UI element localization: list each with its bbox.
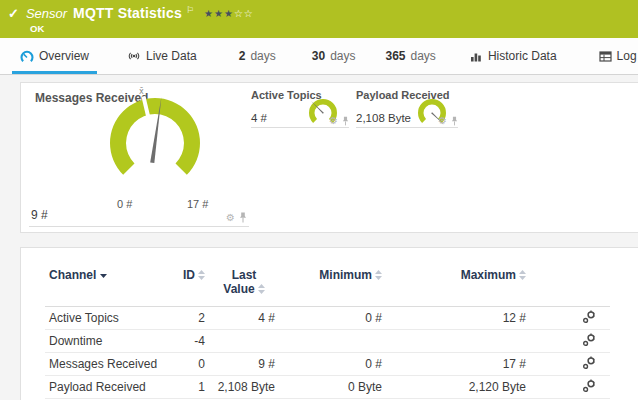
tab-365-days[interactable]: 365 days	[377, 38, 443, 74]
ok-check-icon: ✓	[8, 6, 19, 21]
star-icon[interactable]: ★	[224, 8, 234, 19]
gauge-active-topics: Active Topics 4 # ⚙	[251, 87, 349, 128]
tab-live-data[interactable]: Live Data	[119, 38, 205, 74]
column-header-maximum[interactable]: Maximum	[386, 262, 530, 307]
tab-label: days	[250, 49, 275, 63]
tab-30-days[interactable]: 30 days	[304, 38, 364, 74]
page-title: MQTT Statistics	[73, 5, 182, 21]
gauge-dial	[412, 91, 452, 133]
column-header-minimum[interactable]: Minimum	[279, 262, 386, 307]
gauge-current-value: 9 #	[31, 208, 48, 222]
gauge-dial	[303, 91, 343, 133]
gauge-current-value: 4 #	[251, 112, 267, 124]
sort-icon	[375, 270, 382, 280]
chevron-down-icon	[100, 274, 107, 278]
log-icon	[599, 51, 612, 62]
tab-number: 365	[385, 49, 405, 63]
channel-minimum: 0 #	[279, 307, 386, 330]
chart-icon	[470, 51, 483, 62]
average-marker-label: x̄	[139, 87, 144, 96]
channel-table: Channel ID Last Value Minimum Maximum	[45, 262, 610, 399]
star-icon[interactable]: ☆	[244, 8, 254, 19]
tab-historic-data[interactable]: Historic Data	[462, 38, 565, 74]
gauge-scale-min: 0 #	[117, 198, 132, 210]
tab-label: Historic Data	[488, 49, 557, 63]
edit-channel-icon[interactable]	[582, 379, 596, 393]
object-kind-label: Sensor	[26, 6, 67, 21]
channel-last-value: 9 #	[209, 353, 279, 376]
channel-maximum: 2,120 Byte	[386, 376, 530, 399]
table-row: Messages Received 0 9 # 0 # 17 #	[45, 353, 610, 376]
tab-label: days	[411, 49, 436, 63]
channel-maximum: 12 #	[386, 307, 530, 330]
channel-minimum: 0 Byte	[279, 376, 386, 399]
table-header-row: Channel ID Last Value Minimum Maximum	[45, 262, 610, 307]
channel-maximum: 17 #	[386, 353, 530, 376]
channel-maximum	[386, 330, 530, 353]
gauge-current-value: 2,108 Byte	[356, 112, 411, 124]
gauge-scale-max: 17 #	[187, 198, 208, 210]
star-icon[interactable]: ★	[204, 8, 214, 19]
channel-name: Payload Received	[45, 376, 163, 399]
overview-gauges-panel: Messages Received x̄ 0 # 17 # 9 # ⚙ Acti…	[20, 82, 638, 233]
table-row: Active Topics 2 4 # 0 # 12 #	[45, 307, 610, 330]
channel-id: -4	[163, 330, 209, 353]
pin-icon[interactable]	[451, 116, 458, 126]
channel-table-panel: Channel ID Last Value Minimum Maximum	[20, 247, 638, 400]
tab-label: Live Data	[146, 49, 197, 63]
column-label: Channel	[49, 268, 96, 282]
sensor-header: ✓ Sensor MQTT Statistics ⚐ ★★★☆☆ OK	[0, 0, 638, 38]
pin-icon[interactable]	[342, 116, 349, 126]
priority-flag-icon[interactable]: ⚐	[186, 5, 194, 15]
pin-icon[interactable]	[239, 212, 247, 223]
edit-channel-icon[interactable]	[582, 333, 596, 347]
tab-label: days	[330, 49, 355, 63]
sort-icon	[258, 284, 265, 294]
column-label: ID	[183, 268, 195, 282]
column-header-last-value[interactable]: Last Value	[209, 262, 279, 307]
channel-id: 2	[163, 307, 209, 330]
tab-bar: Overview Live Data 2 days 30 days 365 da…	[0, 38, 638, 75]
column-label: Maximum	[461, 268, 516, 282]
gauge-settings-gear-icon[interactable]: ⚙	[226, 213, 235, 223]
channel-name: Messages Received	[45, 353, 163, 376]
column-label: Last	[232, 268, 257, 282]
column-header-actions	[530, 262, 610, 307]
broadcast-icon	[127, 50, 141, 62]
sort-icon	[198, 270, 205, 280]
tab-label: Log	[617, 49, 637, 63]
tab-overview[interactable]: Overview	[12, 38, 97, 74]
column-label: Value	[223, 282, 254, 296]
edit-channel-icon[interactable]	[582, 356, 596, 370]
channel-minimum	[279, 330, 386, 353]
tab-log[interactable]: Log	[591, 38, 638, 74]
column-header-channel[interactable]: Channel	[45, 262, 163, 307]
edit-channel-icon[interactable]	[582, 310, 596, 324]
channel-last-value	[209, 330, 279, 353]
table-row: Payload Received 1 2,108 Byte 0 Byte 2,1…	[45, 376, 610, 399]
channel-name: Active Topics	[45, 307, 163, 330]
tab-number: 2	[239, 49, 246, 63]
star-icon[interactable]: ☆	[234, 8, 244, 19]
table-row: Downtime -4	[45, 330, 610, 353]
tab-2-days[interactable]: 2 days	[231, 38, 284, 74]
channel-last-value: 4 #	[209, 307, 279, 330]
sort-icon	[519, 270, 526, 280]
channel-name: Downtime	[45, 330, 163, 353]
gauge-payload-received: Payload Received 2,108 Byte ⚙	[356, 87, 458, 128]
column-header-id[interactable]: ID	[163, 262, 209, 307]
channel-last-value: 2,108 Byte	[209, 376, 279, 399]
tab-label: Overview	[39, 49, 89, 63]
channel-id: 1	[163, 376, 209, 399]
tab-number: 30	[312, 49, 325, 63]
gauge-settings-gear-icon[interactable]: ⚙	[438, 116, 447, 126]
gauge-icon	[20, 50, 34, 62]
gauge-settings-gear-icon[interactable]: ⚙	[329, 116, 338, 126]
gauge-messages-received: Messages Received x̄ 0 # 17 # 9 # ⚙	[29, 85, 249, 227]
column-label: Minimum	[319, 268, 372, 282]
channel-id: 0	[163, 353, 209, 376]
star-rating[interactable]: ★★★☆☆	[204, 8, 254, 19]
gauge-dial	[95, 93, 215, 193]
star-icon[interactable]: ★	[214, 8, 224, 19]
channel-minimum: 0 #	[279, 353, 386, 376]
